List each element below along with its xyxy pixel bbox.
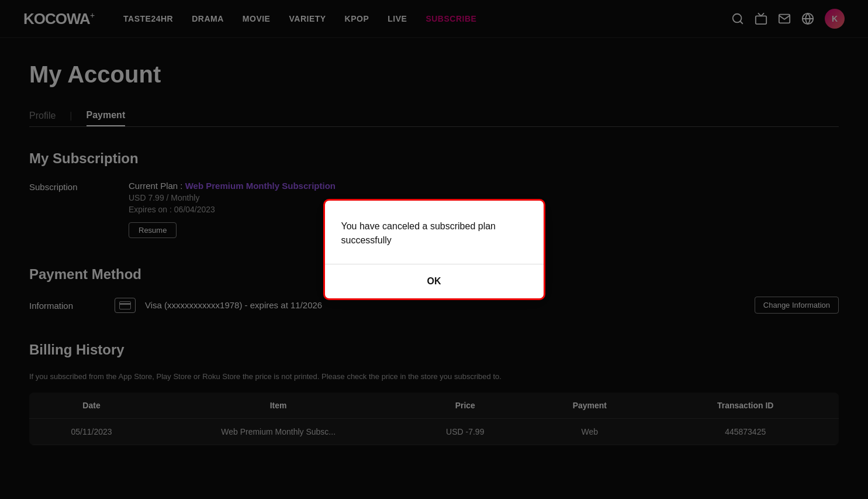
modal-overlay: You have canceled a subscribed plan succ… — [0, 0, 868, 499]
modal-ok-button[interactable]: OK — [416, 274, 453, 289]
modal-box: You have canceled a subscribed plan succ… — [323, 199, 545, 300]
modal-message: You have canceled a subscribed plan succ… — [341, 219, 527, 247]
modal-actions: OK — [341, 264, 527, 298]
